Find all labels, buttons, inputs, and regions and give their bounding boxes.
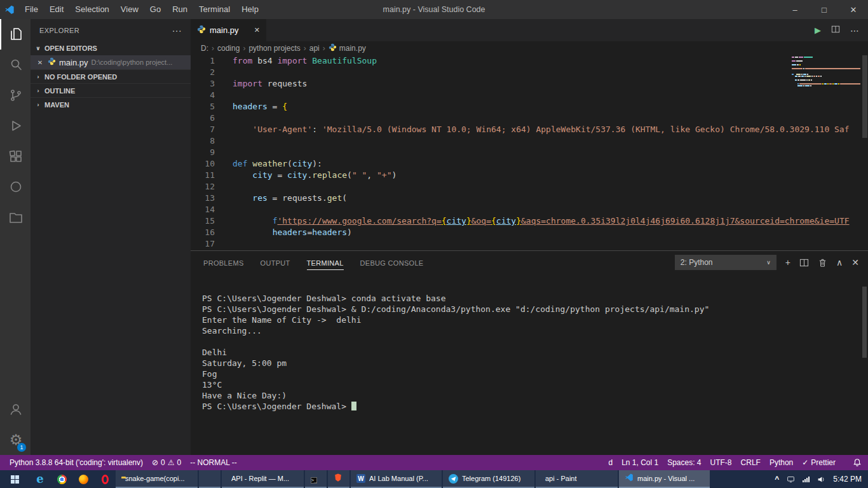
terminal-output[interactable]: PS C:\Users\Jogender Deshwal> conda acti… <box>191 274 868 412</box>
sidebar-section-maven[interactable]: ›MAVEN <box>31 97 191 111</box>
panel-tab-terminal[interactable]: TERMINAL <box>307 255 344 270</box>
notifications-bell-icon[interactable] <box>853 458 868 467</box>
breadcrumb-item-coding[interactable]: coding <box>217 44 240 53</box>
network-icon[interactable] <box>803 477 810 482</box>
close-icon[interactable]: ✕ <box>36 59 44 66</box>
minimap[interactable] <box>792 57 860 89</box>
code-editor[interactable]: 1from bs4 import BeautifulSoup23import r… <box>191 55 868 250</box>
kill-terminal-icon[interactable] <box>818 258 827 268</box>
start-button[interactable] <box>0 470 29 488</box>
breadcrumb-item-api[interactable]: api <box>309 44 320 53</box>
chevron-up-icon[interactable]: ^ <box>775 475 779 484</box>
menu-view[interactable]: View <box>115 0 144 19</box>
menu-terminal[interactable]: Terminal <box>193 0 236 19</box>
split-editor-icon[interactable] <box>831 25 840 36</box>
sidebar-section-outline[interactable]: ›OUTLINE <box>31 83 191 97</box>
close-panel-icon[interactable]: ✕ <box>851 257 859 268</box>
maximize-button[interactable]: □ <box>810 0 839 19</box>
status-d[interactable]: d <box>604 458 617 467</box>
source-control-icon[interactable] <box>0 80 31 111</box>
status-crlf[interactable]: CRLF <box>736 458 765 467</box>
python-file-icon <box>197 25 206 36</box>
breadcrumb-item-d[interactable]: D: <box>201 44 208 53</box>
editor-scrollbar[interactable] <box>862 55 868 250</box>
maximize-panel-icon[interactable]: ∧ <box>836 257 843 268</box>
taskbar-item-api-paint[interactable]: api - Paint <box>536 470 618 488</box>
tab-main-py[interactable]: main.py ✕ <box>191 19 267 41</box>
search-icon[interactable] <box>0 50 31 80</box>
explorer-icon[interactable] <box>0 19 31 50</box>
chrome-icon[interactable] <box>51 470 72 488</box>
status-spaces-4[interactable]: Spaces: 4 <box>663 458 705 467</box>
code-text: def weather(city): <box>233 158 322 170</box>
taskbar-item-cmd-icon[interactable]: >_ <box>305 470 327 488</box>
circle-icon[interactable] <box>0 172 31 202</box>
opera-icon[interactable] <box>94 470 116 488</box>
code-text: f'https://www.google.com/search?q={city}… <box>233 215 850 227</box>
menu-edit[interactable]: Edit <box>44 0 69 19</box>
breadcrumb-item-main-py[interactable]: main.py <box>329 43 366 53</box>
taskbar-item-ai-lab-manual-p[interactable]: WAI Lab Manual (P... <box>351 470 442 488</box>
folder-outline-icon[interactable] <box>0 202 31 233</box>
edge-icon[interactable]: e <box>29 470 51 488</box>
terminal-scrollbar[interactable] <box>862 287 867 358</box>
breadcrumb-item-python-projects[interactable]: python projects <box>248 44 300 53</box>
sidebar-section-no-folder-opened[interactable]: ›NO FOLDER OPENED <box>31 69 191 83</box>
close-button[interactable]: ✕ <box>839 0 868 19</box>
chevron-right-icon: › <box>34 88 42 94</box>
line-number: 11 <box>191 170 215 181</box>
run-python-file-button[interactable]: ▶ <box>815 25 821 35</box>
status-ln-1-col-1[interactable]: Ln 1, Col 1 <box>617 458 663 467</box>
menu-selection[interactable]: Selection <box>69 0 114 19</box>
more-actions-icon[interactable]: ⋯ <box>850 25 859 36</box>
minimize-button[interactable]: – <box>780 0 810 19</box>
terminal-prompt: PS C:\Users\Jogender Deshwal> <box>202 402 351 411</box>
taskbar-item-blue-app-icon[interactable] <box>199 470 220 488</box>
display-tray-icon[interactable] <box>787 475 795 484</box>
code-text: res = requests.get( <box>233 193 347 204</box>
taskbar-item-label: api - Paint <box>545 475 612 482</box>
menu-file[interactable]: File <box>19 0 44 19</box>
account-icon[interactable] <box>0 394 31 424</box>
clock[interactable]: 5:42 PM <box>833 475 862 484</box>
panel-tab-output[interactable]: OUTPUT <box>261 255 290 270</box>
panel-tab-debug-console[interactable]: DEBUG CONSOLE <box>360 255 424 270</box>
python-interpreter-status[interactable]: Python 3.8.8 64-bit ('coding': virtualen… <box>5 458 147 467</box>
taskbar-item-snake-game-copi[interactable]: snake-game(copi... <box>116 470 198 488</box>
taskbar-item-main-py-visual[interactable]: main.py - Visual ... <box>619 470 710 488</box>
telegram-icon <box>449 474 458 484</box>
line-number: 1 <box>191 55 215 67</box>
tab-close-icon[interactable]: ✕ <box>254 26 260 34</box>
open-editor-main-py[interactable]: ✕ main.py D:\coding\python project... <box>31 55 191 69</box>
menu-run[interactable]: Run <box>166 0 193 19</box>
settings-gear-icon[interactable]: ⚙1 <box>0 424 31 455</box>
terminal-cursor <box>351 402 356 410</box>
panel-tab-problems[interactable]: PROBLEMS <box>203 255 244 270</box>
status-utf-8[interactable]: UTF-8 <box>706 458 736 467</box>
taskbar-item-brave-icon[interactable] <box>328 470 349 488</box>
problems-status[interactable]: ⊘ 0 ⚠ 0 <box>147 458 186 467</box>
editor-tab-bar: main.py ✕ ▶ ⋯ <box>191 19 868 41</box>
menu-go[interactable]: Go <box>144 0 166 19</box>
volume-icon[interactable] <box>817 475 825 484</box>
open-editors-header[interactable]: ∨ OPEN EDITORS <box>31 41 191 55</box>
taskbar-item-api-replit-m[interactable]: API - Replit — M... <box>222 470 304 488</box>
status-python[interactable]: Python <box>765 458 797 467</box>
extensions-icon[interactable] <box>0 141 31 172</box>
section-label: MAVEN <box>44 101 69 109</box>
line-number: 4 <box>191 90 215 101</box>
more-actions-icon[interactable]: ··· <box>172 25 182 36</box>
firefox-icon[interactable] <box>72 470 94 488</box>
code-line: 3import requests <box>191 78 868 90</box>
terminal-line: Fog <box>202 369 868 379</box>
code-line: 13 res = requests.get( <box>191 193 868 204</box>
new-terminal-icon[interactable]: + <box>785 257 790 268</box>
code-line: 9 <box>191 147 868 158</box>
status-prettier[interactable]: ✓Prettier <box>797 458 840 467</box>
window-controls: – □ ✕ <box>780 0 868 19</box>
taskbar-item-telegram-149126[interactable]: Telegram (149126) <box>443 470 534 488</box>
run-debug-icon[interactable] <box>0 111 31 141</box>
menu-help[interactable]: Help <box>236 0 264 19</box>
split-terminal-icon[interactable] <box>799 258 809 268</box>
terminal-shell-select[interactable]: 2: Python ∨ <box>675 255 776 270</box>
